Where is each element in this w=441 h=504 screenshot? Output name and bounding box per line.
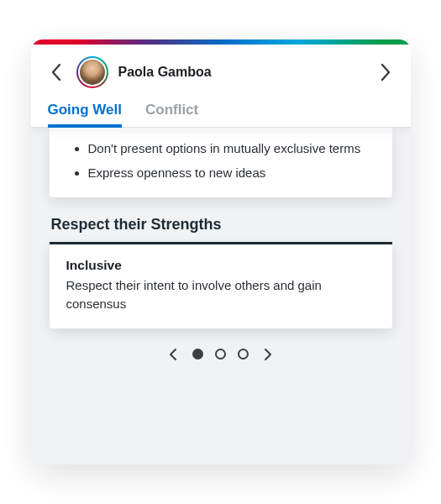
avatar-image [78,58,107,87]
content-area: Don't present options in mutually exclus… [31,128,411,377]
strength-card: Inclusive Respect their intent to involv… [50,242,392,328]
prev-person-button[interactable] [46,62,66,82]
chevron-right-icon [380,63,391,81]
tab-going-well[interactable]: Going Well [48,102,122,127]
header-row: Paola Gamboa [46,56,396,88]
chevron-left-icon [50,63,62,81]
next-person-button[interactable] [375,62,396,82]
section-title: Respect their Strengths [51,216,391,234]
strength-description: Respect their intent to involve others a… [66,276,375,313]
tips-panel: Don't present options in mutually exclus… [50,128,392,197]
pager-next-button[interactable] [260,347,276,362]
profile-card: Paola Gamboa Going Well Conflict Don't p… [31,39,411,465]
pager [50,347,392,362]
list-item: Express openness to new ideas [88,164,375,183]
tabs: Going Well Conflict [46,102,396,127]
list-item: Don't present options in mutually exclus… [88,139,375,159]
tips-list: Don't present options in mutually exclus… [66,139,375,182]
pager-dot-3[interactable] [238,349,249,360]
pager-dot-1[interactable] [192,349,203,360]
tab-conflict[interactable]: Conflict [145,102,198,127]
avatar[interactable] [76,56,108,88]
header: Paola Gamboa Going Well Conflict [31,45,411,128]
user-name: Paola Gamboa [118,65,365,80]
chevron-right-icon [264,348,272,361]
pager-dot-2[interactable] [215,349,226,360]
pager-prev-button[interactable] [165,347,181,362]
strength-name: Inclusive [66,258,375,273]
chevron-left-icon [169,348,177,361]
